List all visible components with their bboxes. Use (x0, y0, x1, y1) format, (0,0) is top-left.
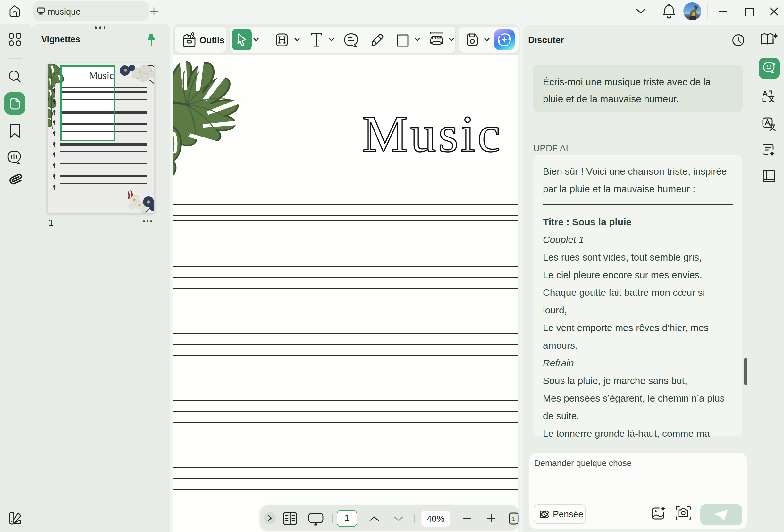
svg-text:1: 1 (512, 515, 515, 522)
